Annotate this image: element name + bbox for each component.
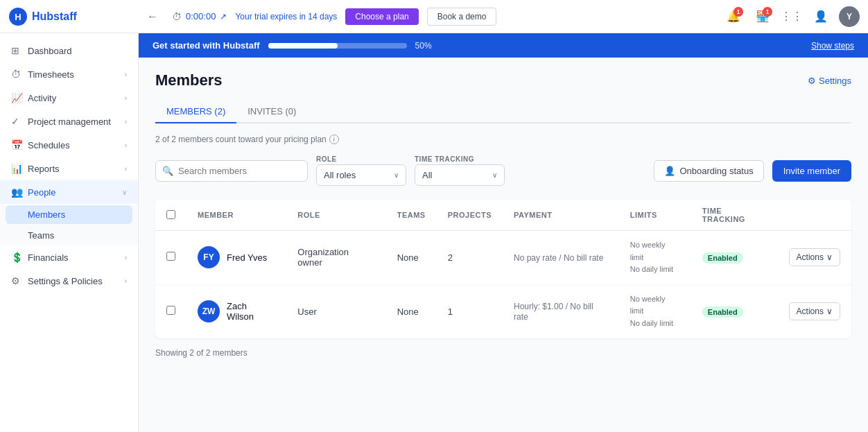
trial-notice: Your trial expires in 14 days bbox=[235, 12, 337, 21]
sidebar-item-teams[interactable]: Teams bbox=[0, 225, 138, 245]
row2-checkbox-cell bbox=[155, 284, 186, 338]
apps-badge: 1 bbox=[763, 7, 772, 17]
header-role: Role bbox=[286, 200, 385, 231]
row1-projects: 2 bbox=[437, 231, 503, 285]
project-mgmt-chevron: › bbox=[125, 118, 127, 126]
settings-gear-icon: ⚙ bbox=[808, 76, 816, 86]
header-member: Member bbox=[186, 200, 286, 231]
row1-teams: None bbox=[386, 231, 437, 285]
user-avatar[interactable]: Y bbox=[839, 6, 860, 27]
notifications-button[interactable]: 🔔 1 bbox=[722, 6, 745, 28]
sidebar-item-reports[interactable]: 📊 Reports › bbox=[0, 157, 138, 180]
people-chevron: ∨ bbox=[122, 189, 127, 196]
row1-checkbox[interactable] bbox=[166, 252, 175, 261]
row2-actions-button[interactable]: Actions ∨ bbox=[789, 302, 840, 320]
table-body: FY Fred Yves Organization owner None 2 N… bbox=[155, 231, 851, 338]
sidebar-item-schedules[interactable]: 📅 Schedules › bbox=[0, 133, 138, 157]
info-icon: i bbox=[329, 135, 339, 144]
back-button[interactable]: ← bbox=[141, 6, 164, 28]
sidebar-item-settings-policies[interactable]: ⚙ Settings & Policies › bbox=[0, 269, 138, 293]
profile-button[interactable]: 👤 bbox=[810, 6, 832, 28]
onboarding-icon: 👤 bbox=[664, 166, 675, 176]
settings-link[interactable]: ⚙ Settings bbox=[808, 76, 851, 86]
logo[interactable]: H Hubstaff bbox=[8, 7, 133, 26]
reports-chevron: › bbox=[125, 165, 127, 173]
page-header: Members ⚙ Settings bbox=[155, 71, 851, 89]
role-filter-group: ROLE All roles ∨ bbox=[316, 155, 406, 186]
row2-enabled-badge: Enabled bbox=[702, 306, 743, 318]
row1-name: Fred Yves bbox=[227, 252, 267, 263]
financials-icon: 💲 bbox=[11, 252, 22, 263]
activity-chevron: › bbox=[125, 94, 127, 102]
choose-plan-button[interactable]: Choose a plan bbox=[345, 8, 418, 25]
row2-member-cell: ZW Zach Wilson bbox=[186, 284, 286, 338]
row1-actions-button[interactable]: Actions ∨ bbox=[789, 248, 840, 266]
row2-payment: Hourly: $1.00 / No bill rate bbox=[503, 284, 619, 338]
timesheets-icon: ⏱ bbox=[11, 69, 22, 80]
row2-limits: No weekly limit No daily limit bbox=[619, 284, 691, 338]
sidebar-item-dashboard[interactable]: ⊞ Dashboard bbox=[0, 39, 138, 62]
row1-checkbox-cell bbox=[155, 231, 186, 285]
people-icon: 👥 bbox=[11, 187, 22, 198]
logo-text: Hubstaff bbox=[32, 10, 77, 23]
hubstaff-logo-icon: H bbox=[8, 7, 28, 26]
row2-projects: 1 bbox=[437, 284, 503, 338]
search-icon: 🔍 bbox=[162, 166, 173, 176]
progress-bar-fill bbox=[268, 43, 338, 49]
row1-actions-chevron: ∨ bbox=[826, 252, 833, 262]
onboarding-status-button[interactable]: 👤 Onboarding status bbox=[654, 160, 763, 182]
filters-row: 🔍 ROLE All roles ∨ TIME TRACKING Al bbox=[155, 155, 851, 186]
role-filter-chevron: ∨ bbox=[394, 171, 399, 179]
notifications-badge: 1 bbox=[734, 7, 743, 17]
row2-time-tracking: Enabled bbox=[691, 284, 778, 338]
row2-name: Zach Wilson bbox=[227, 301, 275, 322]
invite-member-button[interactable]: Invite member bbox=[772, 160, 851, 182]
get-started-banner: Get started with Hubstaff 50% Show steps bbox=[139, 33, 868, 58]
progress-percentage: 50% bbox=[415, 41, 432, 51]
people-submenu: Members Teams bbox=[0, 205, 138, 245]
row1-actions-cell: Actions ∨ bbox=[778, 231, 851, 285]
sidebar-item-members[interactable]: Members bbox=[6, 205, 132, 224]
row1-role: Organization owner bbox=[286, 231, 385, 285]
row1-limits: No weekly limit No daily limit bbox=[619, 231, 691, 285]
show-steps-button[interactable]: Show steps bbox=[811, 41, 854, 51]
row2-checkbox[interactable] bbox=[166, 306, 175, 315]
row1-payment: No pay rate / No bill rate bbox=[503, 231, 619, 285]
time-tracking-filter-select[interactable]: All ∨ bbox=[415, 164, 505, 186]
table-row: FY Fred Yves Organization owner None 2 N… bbox=[155, 231, 851, 285]
timesheets-chevron: › bbox=[125, 71, 127, 78]
row2-role: User bbox=[286, 284, 385, 338]
role-filter-select[interactable]: All roles ∨ bbox=[316, 164, 406, 186]
sidebar-item-financials[interactable]: 💲 Financials › bbox=[0, 245, 138, 269]
book-demo-button[interactable]: Book a demo bbox=[427, 8, 497, 26]
row2-teams: None bbox=[386, 284, 437, 338]
tab-invites[interactable]: INVITES (0) bbox=[236, 101, 307, 123]
members-table: Member Role Teams Projects Payment Limit… bbox=[155, 200, 851, 338]
members-tabs: MEMBERS (2) INVITES (0) bbox=[155, 101, 851, 123]
tab-members[interactable]: MEMBERS (2) bbox=[155, 101, 236, 123]
reports-icon: 📊 bbox=[11, 163, 22, 174]
main-content: Get started with Hubstaff 50% Show steps… bbox=[139, 33, 868, 432]
grid-icon-button[interactable]: ⋮⋮ bbox=[781, 6, 803, 28]
header-checkbox-col bbox=[155, 200, 186, 231]
apps-button[interactable]: 🏪 1 bbox=[752, 6, 774, 28]
row2-actions-cell: Actions ∨ bbox=[778, 284, 851, 338]
sidebar-item-timesheets[interactable]: ⏱ Timesheets › bbox=[0, 62, 138, 86]
sidebar-item-people[interactable]: 👥 People ∨ bbox=[0, 180, 138, 204]
dashboard-icon: ⊞ bbox=[11, 45, 22, 56]
progress-bar-background bbox=[268, 43, 407, 49]
svg-text:H: H bbox=[15, 12, 21, 22]
sidebar-item-project-management[interactable]: ✓ Project management › bbox=[0, 110, 138, 133]
activity-icon: 📈 bbox=[11, 92, 22, 103]
nav-right: 🔔 1 🏪 1 ⋮⋮ 👤 Y bbox=[722, 6, 860, 28]
schedules-chevron: › bbox=[125, 141, 127, 149]
page-content: Members ⚙ Settings MEMBERS (2) INVITES (… bbox=[139, 58, 868, 372]
page-title: Members bbox=[155, 71, 223, 89]
sidebar-item-activity[interactable]: 📈 Activity › bbox=[0, 86, 138, 110]
header-payment: Payment bbox=[503, 200, 619, 231]
select-all-checkbox[interactable] bbox=[166, 210, 175, 219]
header-projects: Projects bbox=[437, 200, 503, 231]
row2-actions-chevron: ∨ bbox=[826, 306, 833, 316]
project-mgmt-icon: ✓ bbox=[11, 116, 22, 127]
search-input[interactable] bbox=[155, 160, 308, 182]
